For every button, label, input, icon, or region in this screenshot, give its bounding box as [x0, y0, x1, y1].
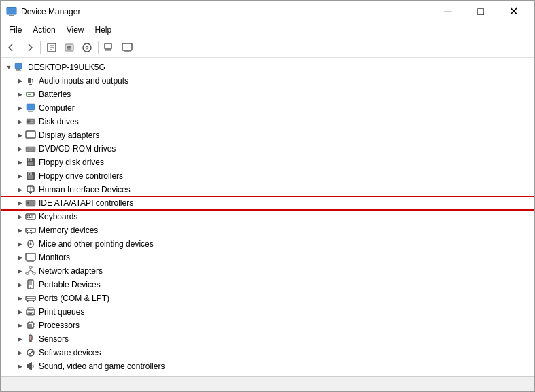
- display-toggle[interactable]: ▶: [14, 130, 25, 141]
- back-button[interactable]: [3, 39, 20, 56]
- svg-rect-99: [33, 300, 35, 302]
- mice-label: Mice and other pointing devices: [39, 239, 154, 249]
- svg-rect-57: [30, 202, 34, 202]
- title-bar: Device Manager ─ □ ✕: [1, 1, 534, 22]
- svg-point-52: [32, 188, 33, 189]
- tree-item-computer[interactable]: ▶ Computer: [1, 101, 534, 115]
- svg-rect-12: [105, 43, 111, 49]
- svg-rect-23: [29, 84, 32, 85]
- mice-toggle[interactable]: ▶: [14, 238, 25, 249]
- computer-toggle[interactable]: ▶: [14, 103, 25, 113]
- svg-rect-104: [29, 315, 31, 315]
- root-toggle[interactable]: ▼: [3, 62, 14, 73]
- minimize-button[interactable]: ─: [432, 1, 464, 22]
- separator-2: [98, 41, 99, 54]
- floppy2-toggle[interactable]: ▶: [14, 171, 25, 181]
- svg-point-31: [27, 120, 30, 123]
- tree-item-sensors[interactable]: ▶ Sensors: [1, 332, 534, 346]
- tree-item-mice[interactable]: ▶ Mice and other pointing devices: [1, 237, 534, 251]
- svg-rect-64: [27, 217, 29, 219]
- ports-label: Ports (COM & LPT): [39, 293, 109, 303]
- svg-rect-20: [16, 70, 21, 71]
- memory-label: Memory devices: [39, 226, 98, 235]
- tree-item-hid[interactable]: ▶ Human Interface Devices: [1, 183, 534, 196]
- close-button[interactable]: ✕: [498, 1, 529, 22]
- network-toggle[interactable]: ▶: [14, 266, 25, 277]
- svg-point-96: [31, 298, 33, 299]
- device-tree[interactable]: ▼ DESKTOP-19ULK5G ▶: [1, 58, 534, 376]
- audio-toggle[interactable]: ▶: [14, 75, 25, 86]
- tree-item-keyboards[interactable]: ▶ Keyboards: [1, 210, 534, 224]
- floppy-icon: [25, 157, 36, 168]
- tree-item-software[interactable]: ▶ Software devices: [1, 346, 534, 359]
- ide-toggle[interactable]: ▶: [14, 198, 25, 209]
- svg-rect-68: [27, 230, 28, 231]
- processors-toggle[interactable]: ▶: [14, 320, 25, 331]
- menu-view[interactable]: View: [61, 24, 90, 36]
- menu-file[interactable]: File: [3, 24, 27, 36]
- tree-item-floppy[interactable]: ▶ Floppy disk drives: [1, 156, 534, 169]
- svg-rect-91: [29, 281, 32, 285]
- keyboards-toggle[interactable]: ▶: [14, 211, 25, 222]
- print-toggle[interactable]: ▶: [14, 306, 25, 317]
- svg-rect-86: [33, 272, 35, 274]
- svg-rect-63: [33, 215, 34, 217]
- network-label: Network adapters: [39, 266, 103, 276]
- scan-changes-button[interactable]: [101, 39, 118, 56]
- tree-item-floppy2[interactable]: ▶ Floppy drive controllers: [1, 169, 534, 183]
- help-button[interactable]: ?: [79, 39, 95, 56]
- svg-rect-15: [122, 43, 132, 50]
- svg-rect-32: [31, 120, 33, 121]
- menu-help[interactable]: Help: [90, 24, 118, 36]
- hid-toggle[interactable]: ▶: [14, 184, 25, 195]
- properties-button[interactable]: [44, 39, 60, 56]
- monitors-icon: [25, 252, 36, 263]
- tree-item-sound[interactable]: ▶ Sound, video and game controllers: [1, 359, 534, 373]
- tree-item-display[interactable]: ▶ Display adapters: [1, 128, 534, 142]
- menu-action[interactable]: Action: [27, 24, 61, 36]
- tree-item-processors[interactable]: ▶ Processors: [1, 319, 534, 332]
- floppy-toggle[interactable]: ▶: [14, 157, 25, 168]
- memory-toggle[interactable]: ▶: [14, 225, 25, 236]
- tree-root[interactable]: ▼ DESKTOP-19ULK5G: [1, 60, 534, 74]
- tree-item-ports[interactable]: ▶ Ports (COM & LPT): [1, 291, 534, 305]
- ide-label: IDE ATA/ATAPI controllers: [39, 198, 133, 208]
- tree-item-network[interactable]: ▶ Network adapters: [1, 264, 534, 278]
- monitor-button[interactable]: [119, 39, 135, 56]
- tree-item-monitors[interactable]: ▶ Monitors: [1, 251, 534, 264]
- display-icon: [25, 130, 36, 141]
- portable-toggle[interactable]: ▶: [14, 279, 25, 290]
- sensors-toggle[interactable]: ▶: [14, 334, 25, 344]
- svg-rect-33: [31, 122, 33, 123]
- maximize-button[interactable]: □: [465, 1, 496, 22]
- ports-toggle[interactable]: ▶: [14, 293, 25, 304]
- svg-rect-72: [33, 230, 33, 231]
- sound-icon: [25, 361, 36, 372]
- svg-point-94: [27, 298, 29, 299]
- audio-icon: [25, 75, 36, 86]
- tree-item-audio[interactable]: ▶ Audio inputs and outputs: [1, 74, 534, 88]
- tree-item-portable[interactable]: ▶ Portable Devices: [1, 278, 534, 291]
- update-driver-button[interactable]: [61, 39, 77, 56]
- tree-item-dvd[interactable]: ▶ DVD/CD-ROM drives: [1, 142, 534, 156]
- tree-item-disk[interactable]: ▶ Disk drives: [1, 115, 534, 128]
- svg-rect-7: [65, 44, 73, 51]
- svg-rect-76: [33, 232, 33, 234]
- batteries-toggle[interactable]: ▶: [14, 89, 25, 100]
- svg-rect-14: [105, 50, 111, 51]
- software-toggle[interactable]: ▶: [14, 347, 25, 358]
- forward-button[interactable]: [21, 39, 37, 56]
- display-label: Display adapters: [39, 130, 99, 140]
- svg-rect-18: [15, 63, 22, 69]
- svg-point-79: [30, 243, 32, 245]
- tree-item-ide[interactable]: ▶ IDE ATA/ATAPI controllers: [1, 196, 534, 210]
- tree-item-batteries[interactable]: ▶ Batteries: [1, 88, 534, 101]
- sound-toggle[interactable]: ▶: [14, 361, 25, 372]
- disk-toggle[interactable]: ▶: [14, 116, 25, 127]
- tree-item-print[interactable]: ▶ Print queues: [1, 305, 534, 319]
- device-manager-window: Device Manager ─ □ ✕ File Action View He…: [0, 0, 535, 392]
- monitors-toggle[interactable]: ▶: [14, 252, 25, 263]
- dvd-toggle[interactable]: ▶: [14, 143, 25, 154]
- tree-item-memory[interactable]: ▶ Memory devices: [1, 224, 534, 237]
- svg-rect-85: [26, 272, 29, 274]
